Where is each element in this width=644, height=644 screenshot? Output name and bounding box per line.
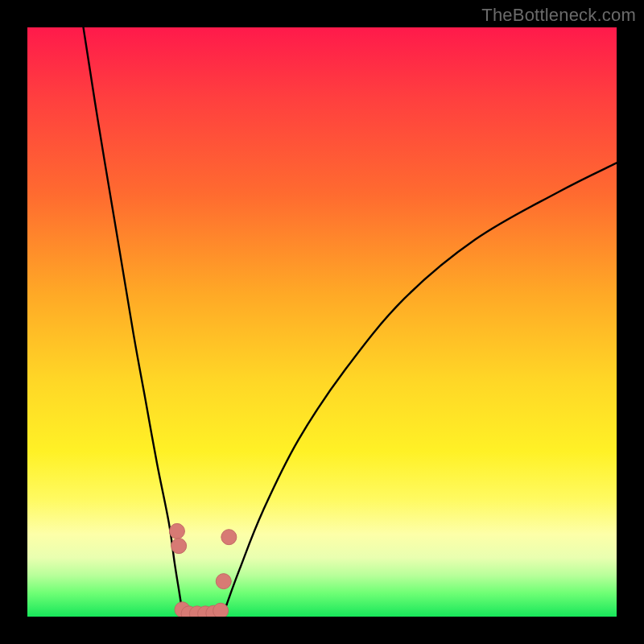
- chart-frame: TheBottleneck.com: [0, 0, 644, 644]
- plot-area: [27, 27, 617, 617]
- curve-layer: [27, 27, 617, 617]
- data-marker: [169, 523, 184, 539]
- watermark-text: TheBottleneck.com: [481, 5, 636, 26]
- curve-right: [226, 163, 617, 605]
- data-marker: [221, 530, 237, 545]
- data-marker: [213, 603, 229, 617]
- data-marker: [216, 574, 231, 589]
- curve-left: [84, 27, 183, 612]
- data-marker: [171, 539, 187, 554]
